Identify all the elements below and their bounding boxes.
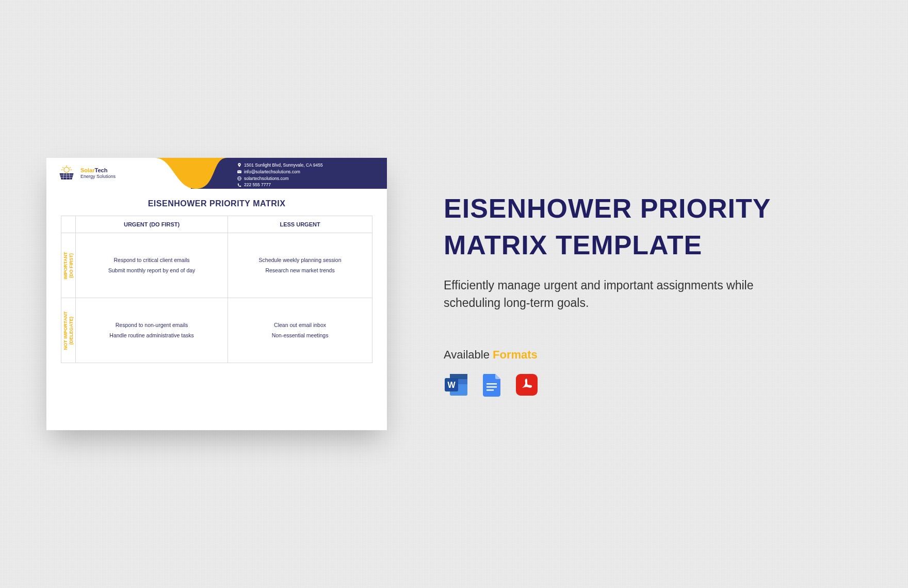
pdf-format-icon[interactable] — [514, 372, 540, 398]
available-formats-label: Available Formats — [444, 348, 794, 362]
contact-web: solartechsolutions.com — [244, 175, 288, 182]
task-item: Handle routine administrative tasks — [76, 331, 228, 341]
row-label: IMPORTANT(DO FIRST) — [63, 252, 74, 279]
svg-point-0 — [64, 167, 69, 172]
document-header: SolarTech Energy Solutions 1501 Sunlight… — [46, 158, 387, 189]
brand-part-a: Solar — [80, 167, 95, 173]
email-icon — [237, 170, 241, 174]
svg-rect-12 — [237, 170, 241, 173]
globe-icon — [237, 176, 241, 181]
task-item: Non-essential meetings — [228, 331, 372, 341]
row-header-not-important: NOT IMPORTANT(DELEGATE) — [61, 298, 76, 363]
gdocs-format-icon[interactable] — [479, 372, 505, 398]
svg-rect-24 — [487, 389, 494, 391]
task-item: Clean out email inbox — [228, 320, 372, 331]
cell-not-important-less-urgent: Clean out email inboxNon-essential meeti… — [228, 298, 372, 363]
company-logo: SolarTech Energy Solutions — [46, 165, 116, 182]
svg-line-3 — [62, 167, 63, 168]
word-format-icon[interactable]: W — [444, 372, 469, 398]
page-title: EISENHOWER PRIORITY MATRIX TEMPLATE — [444, 190, 794, 263]
task-item: Research new market trends — [228, 266, 372, 276]
svg-rect-23 — [487, 386, 497, 388]
location-icon — [237, 163, 241, 167]
formats-text: Formats — [493, 348, 538, 361]
template-preview: SolarTech Energy Solutions 1501 Sunlight… — [46, 158, 387, 430]
table-corner — [61, 216, 76, 233]
row-label: NOT IMPORTANT(DELEGATE) — [63, 311, 74, 349]
contact-phone: 222 555 7777 — [244, 182, 271, 188]
task-item: Submit monthly report by end of day — [76, 266, 228, 276]
info-panel: EISENHOWER PRIORITY MATRIX TEMPLATE Effi… — [444, 190, 794, 397]
brand-part-b: Tech — [95, 167, 108, 173]
cell-not-important-urgent: Respond to non-urgent emailsHandle routi… — [76, 298, 228, 363]
priority-matrix-table: URGENT (DO FIRST) LESS URGENT IMPORTANT(… — [61, 216, 372, 363]
brand-tagline: Energy Solutions — [80, 174, 116, 179]
svg-line-2 — [70, 167, 71, 168]
row-header-important: IMPORTANT(DO FIRST) — [61, 233, 76, 298]
format-icons-row: W — [444, 372, 794, 398]
phone-icon — [237, 183, 241, 187]
matrix-title: EISENHOWER PRIORITY MATRIX — [61, 199, 372, 208]
page-description: Efficiently manage urgent and important … — [444, 276, 794, 312]
task-item: Respond to non-urgent emails — [76, 320, 228, 331]
svg-rect-22 — [487, 383, 497, 385]
cell-important-urgent: Respond to critical client emailsSubmit … — [76, 233, 228, 298]
column-header-less-urgent: LESS URGENT — [228, 216, 372, 233]
svg-text:W: W — [447, 381, 456, 389]
task-item: Respond to critical client emails — [76, 255, 228, 266]
svg-point-11 — [239, 164, 240, 165]
solar-panel-icon — [58, 165, 75, 182]
contact-address: 1501 Sunlight Blvd, Sunnyvale, CA 9455 — [244, 162, 323, 169]
available-text: Available — [444, 348, 490, 361]
contact-info: 1501 Sunlight Blvd, Sunnyvale, CA 9455 i… — [237, 162, 323, 188]
contact-email: info@solartechsolutions.com — [244, 169, 300, 175]
column-header-urgent: URGENT (DO FIRST) — [76, 216, 228, 233]
cell-important-less-urgent: Schedule weekly planning sessionResearch… — [228, 233, 372, 298]
task-item: Schedule weekly planning session — [228, 255, 372, 266]
